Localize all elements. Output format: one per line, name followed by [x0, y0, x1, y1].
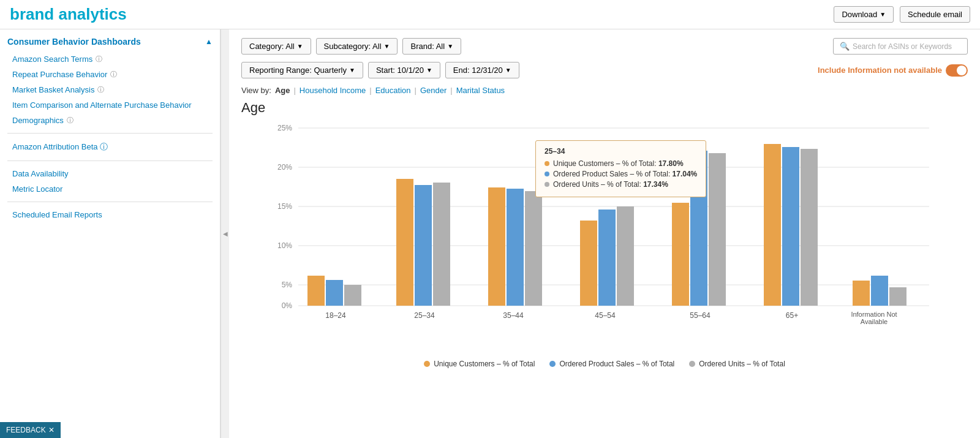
chart-area: 25% 20% 15% 10% 5% 0% 18–24 25–34	[241, 122, 968, 355]
sidebar-nav: Amazon Search Terms ⓘ Repeat Purchase Be…	[7, 51, 213, 128]
sidebar-divider-1	[7, 133, 213, 134]
view-by-gender[interactable]: Gender	[420, 86, 447, 95]
svg-text:25–34: 25–34	[414, 311, 435, 320]
svg-rect-36	[853, 281, 870, 306]
sidebar-link-scheduled-email[interactable]: Scheduled Email Reports	[7, 207, 213, 222]
subcategory-filter[interactable]: Subcategory: All ▼	[316, 38, 398, 55]
svg-rect-18	[433, 183, 450, 306]
svg-rect-34	[801, 149, 818, 306]
toggle-switch[interactable]	[946, 64, 968, 77]
brand-title: brand analytics	[10, 5, 127, 24]
sidebar-item-demographics[interactable]: Demographics ⓘ	[7, 113, 213, 128]
svg-rect-28	[672, 203, 689, 306]
info-icon-repeat-purchase: ⓘ	[110, 70, 117, 79]
sidebar: Consumer Behavior Dashboards ▲ Amazon Se…	[0, 29, 221, 438]
svg-text:45–54: 45–54	[595, 311, 616, 320]
svg-rect-21	[507, 189, 524, 306]
legend-item-ordered-sales: Ordered Product Sales – % of Total	[549, 360, 674, 368]
view-by-marital-status[interactable]: Marital Status	[456, 86, 505, 95]
legend-dot-unique	[424, 361, 430, 367]
sidebar-divider-2	[7, 160, 213, 161]
info-icon-attribution: ⓘ	[100, 142, 108, 151]
view-by: View by: Age | Household Income | Educat…	[241, 86, 968, 95]
svg-rect-25	[598, 210, 616, 306]
svg-rect-13	[326, 280, 343, 306]
svg-text:25%: 25%	[277, 124, 292, 132]
download-arrow-icon: ▼	[880, 11, 886, 18]
legend-dot-sales	[549, 361, 556, 367]
brand-arrow-icon: ▼	[447, 43, 453, 50]
svg-text:15%: 15%	[277, 202, 292, 211]
svg-rect-33	[782, 147, 799, 306]
svg-text:55–64: 55–64	[690, 311, 710, 320]
legend-item-unique-customers: Unique Customers – % of Total	[424, 360, 535, 368]
schedule-email-button[interactable]: Schedule email	[900, 6, 970, 23]
svg-rect-24	[580, 221, 597, 306]
sidebar-item-repeat-purchase[interactable]: Repeat Purchase Behavior ⓘ	[7, 67, 213, 82]
view-by-age[interactable]: Age	[275, 86, 290, 95]
category-filter[interactable]: Category: All ▼	[241, 38, 311, 55]
resize-handle[interactable]: ◀	[221, 29, 229, 438]
top-bar-right: Download ▼ Schedule email	[834, 6, 970, 23]
sidebar-link-data-availability[interactable]: Data Availability	[7, 166, 213, 181]
end-date-filter[interactable]: End: 12/31/20 ▼	[445, 62, 519, 78]
filters-right: 🔍 Search for ASINs or Keywords	[833, 38, 968, 55]
svg-text:Information Not: Information Not	[851, 311, 897, 318]
feedback-button[interactable]: FEEDBACK ✕	[0, 422, 61, 438]
main-layout: Consumer Behavior Dashboards ▲ Amazon Se…	[0, 29, 980, 438]
date-filters: Reporting Range: Quarterly ▼ Start: 10/1…	[241, 62, 519, 78]
content: Category: All ▼ Subcategory: All ▼ Brand…	[229, 29, 980, 438]
svg-text:5%: 5%	[282, 281, 293, 289]
bar-chart-svg: 25% 20% 15% 10% 5% 0% 18–24 25–34	[241, 122, 968, 330]
info-icon-market-basket: ⓘ	[97, 85, 104, 94]
sidebar-link-metric-locator[interactable]: Metric Locator	[7, 181, 213, 197]
sidebar-item-item-comparison[interactable]: Item Comparison and Alternate Purchase B…	[7, 97, 213, 113]
include-info-toggle[interactable]: Include Information not available	[818, 64, 968, 77]
legend-item-ordered-units: Ordered Units – % of Total	[689, 360, 785, 368]
svg-rect-29	[690, 151, 707, 306]
svg-text:65+: 65+	[786, 311, 798, 320]
sidebar-item-market-basket[interactable]: Market Basket Analysis ⓘ	[7, 82, 213, 97]
svg-text:18–24: 18–24	[325, 311, 346, 320]
svg-text:20%: 20%	[277, 163, 292, 172]
sidebar-item-search-terms[interactable]: Amazon Search Terms ⓘ	[7, 51, 213, 67]
info-icon-demographics: ⓘ	[67, 116, 74, 125]
chart-legend: Unique Customers – % of Total Ordered Pr…	[241, 360, 968, 368]
svg-rect-14	[344, 285, 361, 306]
start-date-arrow-icon: ▼	[426, 67, 432, 74]
sidebar-section-toggle[interactable]: Consumer Behavior Dashboards ▲	[7, 37, 213, 47]
filters-row-2: Reporting Range: Quarterly ▼ Start: 10/1…	[241, 62, 968, 78]
svg-rect-20	[488, 187, 505, 306]
svg-rect-12	[307, 276, 325, 306]
svg-text:10%: 10%	[277, 241, 292, 250]
chart-title: Age	[241, 100, 968, 116]
legend-dot-units	[689, 361, 695, 367]
top-bar: brand analytics Download ▼ Schedule emai…	[0, 0, 980, 29]
subcategory-arrow-icon: ▼	[384, 43, 390, 50]
svg-rect-37	[871, 276, 888, 306]
info-icon-search-terms: ⓘ	[96, 55, 102, 64]
start-date-filter[interactable]: Start: 10/1/20 ▼	[368, 62, 440, 78]
reporting-range-filter[interactable]: Reporting Range: Quarterly ▼	[241, 62, 363, 78]
svg-text:0%: 0%	[282, 301, 293, 310]
sidebar-divider-3	[7, 202, 213, 202]
view-by-education[interactable]: Education	[375, 86, 411, 95]
search-icon: 🔍	[840, 42, 850, 51]
filters-left: Category: All ▼ Subcategory: All ▼ Brand…	[241, 38, 461, 55]
filters-row-1: Category: All ▼ Subcategory: All ▼ Brand…	[241, 38, 968, 55]
svg-rect-17	[415, 185, 432, 306]
end-date-arrow-icon: ▼	[505, 67, 511, 74]
svg-rect-30	[709, 153, 726, 306]
collapse-icon: ▲	[205, 37, 213, 46]
reporting-range-arrow-icon: ▼	[349, 67, 355, 74]
view-by-household-income[interactable]: Household Income	[300, 86, 366, 95]
search-box[interactable]: 🔍 Search for ASINs or Keywords	[833, 38, 968, 55]
sidebar-item-attribution[interactable]: Amazon Attribution Beta ⓘ	[7, 138, 213, 156]
svg-text:Available: Available	[861, 318, 888, 325]
svg-rect-16	[396, 179, 413, 306]
download-button[interactable]: Download ▼	[834, 6, 894, 23]
brand-filter[interactable]: Brand: All ▼	[402, 38, 461, 55]
category-arrow-icon: ▼	[297, 43, 303, 50]
svg-rect-22	[525, 191, 542, 306]
svg-rect-32	[764, 144, 781, 306]
